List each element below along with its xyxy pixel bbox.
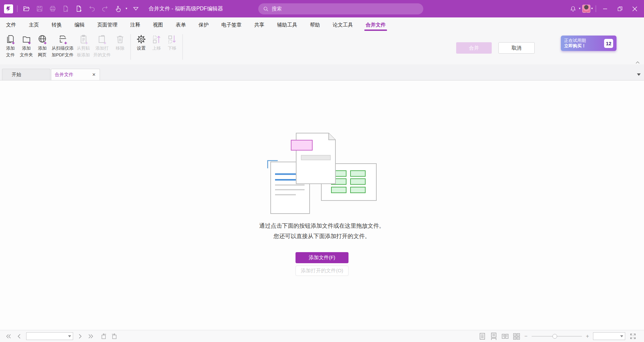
hand-tool-dropdown-arrow[interactable]: ▼ xyxy=(125,7,128,10)
tab-list-dropdown-icon[interactable] xyxy=(637,71,641,77)
merge-button: 合并 xyxy=(456,42,492,54)
tool-label: 添加 xyxy=(38,45,47,51)
page-number-combobox[interactable] xyxy=(26,332,73,340)
menu-tab-convert[interactable]: 转换 xyxy=(52,17,62,32)
add-files-tool[interactable]: 添加 文件 xyxy=(3,34,18,58)
add-from-clipboard-tool: 从剪贴 板添加 xyxy=(75,34,92,58)
add-file-icon xyxy=(5,34,15,44)
move-up-tool: 上移 xyxy=(149,34,164,52)
open-file-icon[interactable] xyxy=(21,4,32,14)
add-folder-tool[interactable]: 添加 文件夹 xyxy=(18,34,35,58)
doc-tab-label: 开始 xyxy=(12,72,21,78)
previous-view-icon[interactable] xyxy=(100,333,107,340)
merge-files-panel[interactable]: 通过点击下面的按钮添加文件或在这里拖放文件。 您还可以直接从下面添加打开的文件。… xyxy=(0,81,644,330)
zoom-slider-thumb[interactable] xyxy=(552,334,557,339)
ribbon-right-actions: 合并 取消 正在试用期 立即购买！ 12 xyxy=(456,32,644,64)
add-from-scanner-tool[interactable]: 从扫描仪添 加PDF文件 xyxy=(50,34,75,58)
restore-button[interactable] xyxy=(613,3,627,15)
tool-label: 移除 xyxy=(116,45,124,51)
add-webpage-icon xyxy=(37,34,47,44)
combobox-dropdown-arrow xyxy=(68,335,71,337)
menu-tab-accessibility[interactable]: 辅助工具 xyxy=(277,17,297,32)
next-page-icon[interactable] xyxy=(76,333,84,340)
facing-view-icon[interactable] xyxy=(501,333,509,340)
menu-tab-file[interactable]: 文件 xyxy=(6,17,16,32)
ribbon: 文件 主页 转换 编辑 页面管理 注释 视图 表单 保护 电子签章 共享 辅助工… xyxy=(0,17,644,64)
menu-tab-thesis-tools[interactable]: 论文工具 xyxy=(333,17,353,32)
drop-hint-line2: 您还可以直接从下面添加打开的文件。 xyxy=(0,232,644,240)
menu-tab-organize[interactable]: 页面管理 xyxy=(97,17,117,32)
toolbar-separator xyxy=(130,34,131,60)
foxit-logo xyxy=(4,4,13,13)
last-page-icon[interactable] xyxy=(87,333,95,340)
add-open-files-icon xyxy=(97,34,107,44)
tab-close-icon[interactable]: ✕ xyxy=(91,72,97,78)
previous-page-icon[interactable] xyxy=(15,333,23,340)
trial-purchase-badge[interactable]: 正在试用期 立即购买！ 12 xyxy=(561,36,616,51)
close-button[interactable] xyxy=(628,3,641,15)
fullscreen-icon[interactable] xyxy=(629,333,637,340)
tool-label: 开的文件 xyxy=(93,52,111,58)
foxit-pdf-editor-window: ▼ 合并文件 - 福昕高级PDF编辑器 搜索 ▼ ▼ xyxy=(0,0,644,342)
doc-tab-merge-files[interactable]: 合并文件 ✕ xyxy=(51,69,100,80)
menu-tab-share[interactable]: 共享 xyxy=(254,17,264,32)
select-tool-icon[interactable] xyxy=(131,4,141,14)
menu-tab-form[interactable]: 表单 xyxy=(176,17,186,32)
combobox-dropdown-arrow xyxy=(620,335,623,337)
search-input[interactable]: 搜索 xyxy=(258,3,423,14)
trial-status-text: 正在试用期 xyxy=(564,38,604,43)
add-documents-illustration xyxy=(267,131,377,215)
undo-icon[interactable] xyxy=(87,4,97,14)
facing-continuous-view-icon[interactable] xyxy=(513,333,520,340)
save-icon[interactable] xyxy=(35,4,45,14)
tool-label: 上移 xyxy=(152,45,161,51)
tool-label: 网页 xyxy=(38,52,47,58)
zoom-level-combobox[interactable] xyxy=(593,332,625,340)
create-pdf-icon[interactable] xyxy=(74,4,84,14)
single-page-view-icon[interactable] xyxy=(479,333,486,340)
cancel-button[interactable]: 取消 xyxy=(498,42,535,54)
next-view-icon[interactable] xyxy=(111,333,118,340)
tool-label: 添加 xyxy=(6,45,15,51)
avatar[interactable] xyxy=(582,5,590,13)
move-down-tool: 下移 xyxy=(164,34,180,52)
tool-label: 文件夹 xyxy=(20,52,33,58)
continuous-view-icon[interactable] xyxy=(490,333,497,340)
add-webpage-tool[interactable]: 添加 网页 xyxy=(35,34,50,58)
add-files-button[interactable]: 添加文件(F) xyxy=(296,252,348,263)
menu-tab-home[interactable]: 主页 xyxy=(29,17,39,32)
document-minus-icon[interactable] xyxy=(61,4,71,14)
doc-tab-start[interactable]: 开始 xyxy=(2,69,50,80)
zoom-out-icon[interactable]: − xyxy=(524,334,527,339)
tool-label: 加PDF文件 xyxy=(52,52,73,58)
notifications-dropdown-arrow[interactable]: ▼ xyxy=(578,7,581,10)
search-placeholder: 搜索 xyxy=(272,6,282,12)
add-from-scanner-icon xyxy=(58,34,68,44)
menu-tab-view[interactable]: 视图 xyxy=(153,17,163,32)
drop-hint-line1: 通过点击下面的按钮添加文件或在这里拖放文件。 xyxy=(0,222,644,230)
menu-tab-row: 文件 主页 转换 编辑 页面管理 注释 视图 表单 保护 电子签章 共享 辅助工… xyxy=(0,17,644,32)
print-icon[interactable] xyxy=(48,4,58,14)
document-tabbar: 开始 合并文件 ✕ xyxy=(0,64,644,80)
account-dropdown-arrow[interactable]: ▼ xyxy=(591,7,593,10)
menu-tab-help[interactable]: 帮助 xyxy=(310,17,320,32)
zoom-in-icon[interactable]: + xyxy=(586,334,589,339)
menu-tab-merge-files[interactable]: 合并文件 xyxy=(366,17,386,32)
minimize-button[interactable] xyxy=(598,3,612,15)
tool-label: 设置 xyxy=(137,45,146,51)
menu-tab-edit[interactable]: 编辑 xyxy=(74,17,85,32)
redo-icon[interactable] xyxy=(100,4,110,14)
menu-tab-esign[interactable]: 电子签章 xyxy=(221,17,241,32)
add-open-files-tool: 添加打 开的文件 xyxy=(92,34,112,58)
settings-tool[interactable]: 设置 xyxy=(133,34,149,52)
notifications-bell-icon[interactable] xyxy=(568,4,578,14)
search-icon xyxy=(263,6,269,12)
menu-tab-comment[interactable]: 注释 xyxy=(130,17,140,32)
menu-tab-protect[interactable]: 保护 xyxy=(199,17,209,32)
titlebar-separator xyxy=(596,5,596,12)
zoom-slider[interactable] xyxy=(532,334,582,339)
merge-toolbar: 添加 文件 添加 文件夹 添加 网页 xyxy=(0,32,644,64)
hand-tool-icon[interactable] xyxy=(113,4,123,14)
tool-label: 从扫描仪添 xyxy=(52,45,73,51)
first-page-icon[interactable] xyxy=(5,333,12,340)
